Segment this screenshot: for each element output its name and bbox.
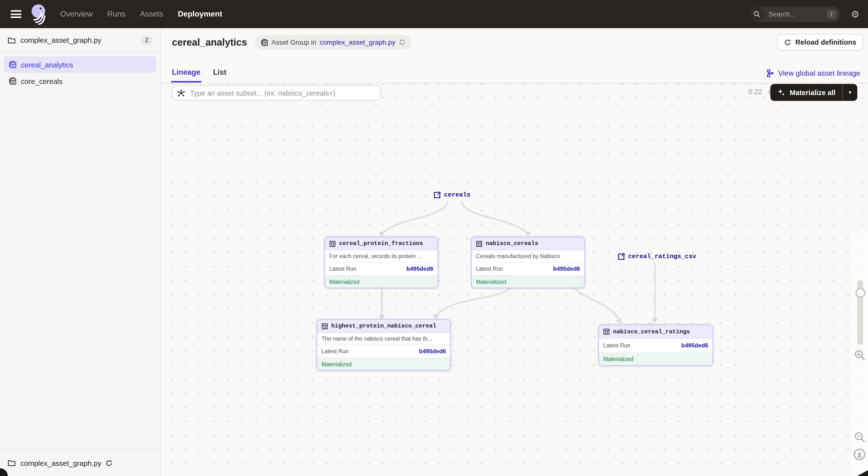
asset-group-list: cereal_analytics core_cereals — [0, 53, 160, 89]
dagster-logo-icon[interactable] — [29, 3, 48, 25]
dagster-app: Overview Runs Assets Deployment / ⚙ comp… — [0, 0, 868, 476]
refresh-icon — [784, 39, 792, 46]
asset-node-nabisco-cereal-ratings[interactable]: nabisco_cereal_ratings Latest Run b495de… — [598, 325, 713, 366]
breadcrumb-prefix: Asset Group in — [271, 38, 316, 46]
view-global-asset-lineage-label: View global asset lineage — [778, 69, 860, 77]
asset-name: nabisco_cereals — [486, 240, 538, 247]
external-link-icon — [618, 253, 625, 260]
gear-icon[interactable]: ⚙ — [851, 9, 859, 19]
status-badge: Materialized — [325, 276, 438, 288]
asset-name: nabisco_cereal_ratings — [613, 328, 690, 335]
sparkles-icon — [777, 88, 785, 97]
table-icon — [329, 240, 336, 247]
asset-group-breadcrumb: Asset Group in complex_asset_graph.py — [255, 35, 411, 49]
table-icon — [603, 329, 610, 335]
sidebar-item-cereal-analytics[interactable]: cereal_analytics — [4, 56, 156, 73]
lineage-graph-icon — [767, 69, 774, 77]
nav-assets[interactable]: Assets — [140, 10, 163, 19]
latest-run-label: Latest Run — [603, 343, 630, 348]
cutoff-corner-element — [857, 470, 868, 476]
zoom-slider-knob[interactable] — [856, 288, 866, 298]
external-asset-cereal-ratings-csv[interactable]: cereal_ratings_csv — [618, 253, 696, 260]
asset-name: highest_protein_nabisco_cereal — [331, 323, 436, 330]
run-id-link[interactable]: b495ded6 — [553, 265, 580, 272]
external-link-icon — [434, 192, 440, 198]
search-input[interactable] — [768, 10, 818, 19]
global-search[interactable]: / — [749, 6, 840, 22]
table-icon — [321, 323, 328, 329]
refresh-icon[interactable] — [399, 39, 406, 45]
external-asset-label: cereal_ratings_csv — [628, 253, 696, 260]
tab-list[interactable]: List — [213, 68, 226, 82]
folder-icon — [8, 460, 16, 466]
asset-group-icon — [9, 77, 17, 85]
asset-node-cereal-protein-fractions[interactable]: cereal_protein_fractions For each cereal… — [324, 237, 438, 288]
reload-definitions-button[interactable]: Reload definitions — [777, 34, 863, 50]
main-nav: Overview Runs Assets Deployment — [60, 10, 222, 19]
asset-subset-filter[interactable] — [172, 86, 381, 100]
asset-description: Cereals manufactured by Nabisco — [472, 250, 584, 263]
breadcrumb-repo-link[interactable]: complex_asset_graph.py — [320, 38, 395, 46]
sidebar-item-label: core_cereals — [21, 77, 63, 85]
run-id-link[interactable]: b495ded6 — [419, 348, 446, 355]
page-title: cereal_analytics — [172, 37, 247, 48]
latest-run-label: Latest Run — [476, 266, 503, 272]
asset-node-highest-protein-nabisco-cereal[interactable]: highest_protein_nabisco_cereal The name … — [317, 319, 451, 371]
asset-node-nabisco-cereals[interactable]: nabisco_cereals Cereals manufactured by … — [471, 237, 585, 288]
asset-description: The name of the nabisco cereal that has … — [317, 333, 450, 345]
run-id-link[interactable]: b495ded6 — [681, 342, 708, 349]
latest-run-label: Latest Run — [321, 348, 348, 354]
sidebar-item-label: cereal_analytics — [21, 60, 73, 69]
table-icon — [476, 240, 482, 247]
nav-overview[interactable]: Overview — [60, 10, 93, 19]
status-badge: Materialized — [317, 358, 450, 370]
footer-repo-name: complex_asset_graph.py — [21, 459, 101, 467]
search-shortcut-badge: / — [827, 9, 836, 19]
external-asset-cereals[interactable]: cereals — [434, 191, 470, 199]
external-asset-label: cereals — [444, 191, 470, 199]
asset-name: cereal_protein_fractions — [339, 240, 423, 247]
sidebar-footer: complex_asset_graph.py — [0, 449, 160, 476]
refresh-icon[interactable] — [105, 459, 113, 467]
materialize-all-button[interactable]: Materialize all — [770, 88, 842, 97]
nav-deployment[interactable]: Deployment — [178, 10, 222, 19]
view-global-asset-lineage-link[interactable]: View global asset lineage — [767, 69, 860, 77]
nav-runs[interactable]: Runs — [107, 10, 125, 19]
materialize-all-split-button: Materialize all ▾ — [770, 84, 857, 101]
sidebar: complex_asset_graph.py 2 cereal_analytic… — [0, 28, 161, 476]
repo-count-badge: 2 — [141, 35, 153, 45]
status-badge: Materialized — [599, 353, 713, 365]
asset-group-icon — [260, 39, 268, 46]
main-panel: cereal_analytics Asset Group in complex_… — [160, 28, 868, 476]
hamburger-menu-icon[interactable] — [11, 10, 21, 18]
sidebar-repo-row[interactable]: complex_asset_graph.py 2 — [0, 28, 160, 53]
caret-down-icon[interactable]: ▾ — [843, 84, 857, 101]
status-badge: Materialized — [472, 276, 584, 288]
fit-view-icon[interactable] — [852, 448, 867, 461]
asset-description: For each cereal, records its protein ... — [325, 250, 438, 263]
zoom-out-icon[interactable] — [852, 431, 867, 443]
materialize-all-label: Materialize all — [789, 89, 835, 96]
asset-graph-icon — [177, 89, 185, 97]
sidebar-item-core-cereals[interactable]: core_cereals — [4, 73, 156, 89]
refresh-timer: 0:22 — [748, 88, 762, 96]
view-tabs: Lineage List — [172, 66, 226, 82]
lineage-toolbar: 0:22 Materialize all ▾ — [160, 83, 868, 113]
run-id-link[interactable]: b495ded6 — [406, 265, 433, 272]
reload-definitions-label: Reload definitions — [795, 38, 856, 46]
asset-group-icon — [9, 61, 17, 68]
tab-lineage[interactable]: Lineage — [172, 68, 200, 82]
asset-subset-input[interactable] — [189, 89, 375, 97]
top-navigation-bar: Overview Runs Assets Deployment / ⚙ — [0, 0, 868, 28]
zoom-in-icon[interactable] — [852, 349, 867, 361]
repo-name: complex_asset_graph.py — [21, 36, 101, 44]
folder-icon — [8, 37, 16, 43]
lineage-graph-canvas[interactable]: cereals cereal_ratings_csv cereal_protei… — [160, 113, 868, 476]
search-icon — [749, 6, 765, 22]
latest-run-label: Latest Run — [329, 266, 356, 272]
